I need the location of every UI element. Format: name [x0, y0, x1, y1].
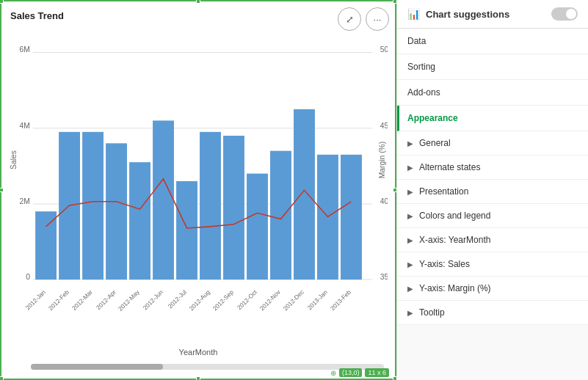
accordion-section: ▶ General ▶ Alternate states ▶ Presentat…	[397, 131, 588, 325]
accordion-item-general[interactable]: ▶ General	[397, 131, 588, 156]
resize-handle-tr[interactable]	[393, 0, 397, 4]
chevron-icon-presentation: ▶	[407, 188, 413, 196]
accordion-item-x-axis[interactable]: ▶ X-axis: YearMonth	[397, 228, 588, 252]
panel-title: Chart suggestions	[426, 9, 509, 20]
x-axis-label: YearMonth	[179, 348, 218, 357]
right-panel: 📊 Chart suggestions Data Sorting Add-ons…	[396, 0, 588, 380]
chevron-icon-colors-legend: ▶	[407, 212, 413, 220]
svg-text:2012-Apr: 2012-Apr	[95, 289, 118, 312]
svg-text:35: 35	[380, 273, 388, 281]
bar-6[interactable]	[176, 181, 197, 279]
chevron-icon-x-axis: ▶	[407, 236, 413, 244]
bar-0[interactable]	[35, 211, 57, 279]
nav-item-sorting[interactable]: Sorting	[397, 54, 588, 80]
svg-text:2012-Sep: 2012-Sep	[211, 288, 235, 312]
svg-text:6M: 6M	[20, 45, 30, 54]
svg-text:2012-Mar: 2012-Mar	[71, 289, 95, 313]
position-icon: ⊕	[330, 369, 336, 377]
bar-13[interactable]	[341, 155, 362, 279]
nav-item-addons[interactable]: Add-ons	[397, 80, 588, 106]
resize-handle-tm[interactable]	[196, 0, 200, 4]
more-options-button[interactable]: ···	[366, 7, 389, 31]
svg-text:Margin (%): Margin (%)	[378, 142, 386, 178]
svg-text:2012-Jan: 2012-Jan	[24, 288, 47, 311]
bar-2[interactable]	[82, 132, 104, 279]
chevron-icon-alternate-states: ▶	[407, 164, 413, 172]
scrollbar-thumb[interactable]	[31, 364, 163, 370]
resize-handle-bm[interactable]	[196, 376, 200, 380]
bar-4[interactable]	[129, 162, 150, 279]
expand-button[interactable]: ⤢	[338, 7, 361, 31]
size-badge: 11 x 6	[365, 368, 389, 377]
resize-handle-ml[interactable]	[0, 188, 4, 192]
svg-text:2012-Jul: 2012-Jul	[167, 289, 188, 310]
svg-text:2012-Nov: 2012-Nov	[258, 288, 282, 312]
svg-text:0: 0	[26, 273, 30, 281]
resize-handle-mr[interactable]	[393, 188, 397, 192]
svg-text:40: 40	[380, 197, 388, 205]
svg-text:2012-Jun: 2012-Jun	[142, 288, 164, 311]
svg-text:Sales: Sales	[10, 150, 18, 169]
accordion-item-presentation[interactable]: ▶ Presentation	[397, 180, 588, 204]
chart-container: Sales Trend ⤢ ··· 6M 4M 2M 0 50 45 40 35…	[0, 0, 396, 380]
chart-suggestions-icon: 📊	[407, 8, 420, 20]
accordion-item-alternate-states[interactable]: ▶ Alternate states	[397, 156, 588, 180]
resize-handle-br[interactable]	[393, 376, 397, 380]
chevron-icon-tooltip: ▶	[407, 309, 413, 317]
svg-text:2012-Feb: 2012-Feb	[48, 288, 71, 312]
svg-text:2013-Feb: 2013-Feb	[330, 288, 353, 312]
panel-nav: Data Sorting Add-ons Appearance ▶ Genera…	[397, 29, 588, 325]
bar-7[interactable]	[200, 132, 221, 279]
svg-text:45: 45	[380, 122, 388, 130]
chevron-icon-general: ▶	[407, 139, 413, 147]
bar-10[interactable]	[270, 151, 291, 279]
svg-text:50: 50	[380, 45, 388, 54]
chart-svg: 6M 4M 2M 0 50 45 40 35 Sales Margin (%)	[9, 27, 388, 338]
chart-title: Sales Trend	[10, 10, 64, 21]
chart-toolbar: ⤢ ···	[338, 7, 389, 31]
svg-text:2013-Jan: 2013-Jan	[306, 288, 329, 311]
panel-header-left: 📊 Chart suggestions	[407, 8, 509, 20]
bar-11[interactable]	[294, 109, 315, 279]
nav-item-appearance[interactable]: Appearance	[397, 106, 588, 131]
svg-text:2012-Oct: 2012-Oct	[236, 288, 259, 311]
accordion-item-tooltip[interactable]: ▶ Tooltip	[397, 301, 588, 325]
accordion-item-y-axis-margin[interactable]: ▶ Y-axis: Margin (%)	[397, 277, 588, 301]
position-badge: (13,0)	[339, 368, 363, 377]
svg-text:4M: 4M	[20, 122, 30, 130]
chevron-icon-y-axis-sales: ▶	[407, 260, 413, 268]
bar-5[interactable]	[153, 120, 174, 279]
svg-text:2012-Dec: 2012-Dec	[282, 289, 305, 313]
chart-canvas: 6M 4M 2M 0 50 45 40 35 Sales Margin (%)	[9, 27, 388, 338]
panel-header: 📊 Chart suggestions	[397, 0, 588, 29]
svg-text:2012-May: 2012-May	[117, 288, 142, 313]
bar-9[interactable]	[247, 174, 268, 279]
svg-text:2012-Aug: 2012-Aug	[188, 288, 211, 312]
accordion-item-colors-legend[interactable]: ▶ Colors and legend	[397, 204, 588, 228]
status-bar: ⊕ (13,0) 11 x 6	[330, 368, 389, 377]
accordion-item-y-axis-sales[interactable]: ▶ Y-axis: Sales	[397, 252, 588, 277]
chart-suggestions-toggle[interactable]	[551, 7, 578, 21]
toggle-knob	[566, 9, 576, 19]
nav-item-data[interactable]: Data	[397, 29, 588, 54]
svg-text:2M: 2M	[20, 197, 30, 205]
chevron-icon-y-axis-margin: ▶	[407, 285, 413, 293]
bar-3[interactable]	[106, 143, 127, 279]
bar-8[interactable]	[223, 136, 244, 279]
resize-handle-tl[interactable]	[0, 0, 4, 4]
resize-handle-bl[interactable]	[0, 376, 4, 380]
